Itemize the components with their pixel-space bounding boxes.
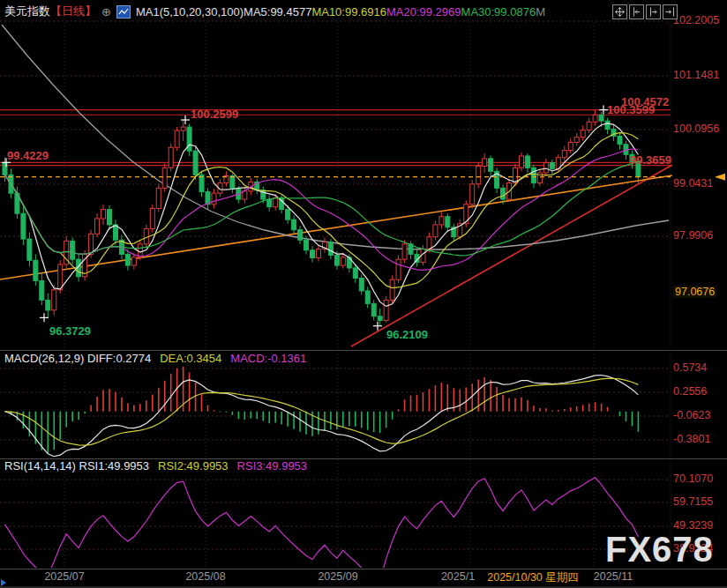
candle-body	[125, 254, 130, 265]
time-axis-tick: 2025/09	[318, 570, 357, 583]
instrument-title: 美元指数	[4, 4, 50, 19]
macd-value: MACD:-0.1361	[230, 352, 306, 365]
candle-body	[581, 130, 585, 138]
price-annotation: 100.2599	[191, 108, 238, 121]
candle-body	[113, 225, 117, 240]
candles-layer	[3, 110, 641, 326]
rsi-axis-tick: 70.1070	[673, 473, 713, 485]
candle-body	[359, 279, 364, 291]
candle-body	[316, 249, 320, 258]
pan-move-icon[interactable]	[612, 4, 627, 19]
candle-body	[427, 237, 431, 249]
ma-value: MA30:99.0876	[461, 5, 536, 19]
ma-value: MA10:99.6916	[311, 5, 386, 19]
ma-value: M	[536, 5, 545, 19]
rsi-axis-tick: 59.7155	[673, 495, 713, 508]
time-axis-tick: 2025/07	[44, 570, 84, 583]
candle-body	[587, 122, 591, 130]
ma-value: MA20:99.2969	[386, 5, 461, 19]
candle-body	[476, 167, 481, 184]
crosshair-date-label: 2025/10/30 星期四	[484, 570, 581, 585]
candle-body	[34, 260, 38, 280]
time-axis: 2025/072025/082025/092025/12025/10/30 星期…	[0, 570, 727, 586]
candle-body	[402, 244, 407, 259]
chart-canvas[interactable]: 99.4229100.2599100.4572100.359999.365996…	[0, 0, 727, 588]
candle-body	[107, 210, 111, 225]
price-annotation: 100.3599	[607, 103, 655, 116]
macd-dea-line	[5, 378, 639, 445]
candle-body	[71, 241, 75, 259]
candle-body	[175, 130, 179, 147]
candle-body	[58, 264, 63, 290]
candle-body	[169, 147, 173, 167]
candle-body	[618, 136, 622, 144]
candle-body	[378, 316, 382, 321]
chart-toolbar	[612, 4, 678, 19]
candle-body	[298, 230, 303, 241]
candle-body	[531, 167, 536, 182]
candle-body	[243, 191, 247, 199]
price-annotation: 99.3659	[630, 153, 671, 167]
rsi-readout: RSI(14,14,14) RSI1:49.9953RSI2:49.9953RS…	[4, 459, 316, 473]
candle-body	[574, 138, 579, 143]
candle-body	[543, 162, 548, 173]
circle-plus-icon[interactable]: ⊕	[101, 5, 111, 19]
macd-value: MACD(26,12,9) DIFF:0.2774	[4, 352, 151, 365]
candle-body	[519, 156, 523, 167]
candle-body	[371, 303, 376, 316]
macd-readout: MACD(26,12,9) DIFF:0.2774DEA:0.3454MACD:…	[4, 352, 315, 365]
price-axis-tick: 99.0431	[673, 177, 713, 190]
price-axis-tick: 102.2005	[673, 14, 719, 26]
macd-axis-tick: 0.2556	[673, 385, 707, 398]
candle-body	[365, 291, 370, 303]
price-axis-tick: 97.9906	[673, 229, 713, 242]
price-axis-highlight: 97.0676	[673, 286, 716, 298]
candle-body	[446, 217, 450, 227]
pane-grow-right-icon[interactable]	[646, 4, 661, 19]
period-selector[interactable]: 【日线】	[50, 4, 96, 19]
candle-body	[562, 151, 566, 158]
macd-axis-tick: 0.5734	[673, 361, 707, 374]
ma-readout: MA1(5,10,20,30,100)MA5:99.4577MA10:99.69…	[136, 5, 545, 19]
candle-body	[550, 162, 554, 168]
candle-body	[274, 198, 278, 207]
candle-body	[489, 159, 493, 171]
price-annotation: 99.4229	[7, 149, 49, 162]
candle-body	[286, 210, 290, 220]
last-price-arrow	[715, 174, 725, 181]
candle-body	[599, 115, 603, 121]
timeline-scroll-icon[interactable]	[1, 579, 6, 586]
candle-body	[605, 121, 610, 129]
candle-body	[568, 142, 573, 150]
candle-body	[292, 220, 296, 230]
candle-body	[501, 188, 506, 199]
candle-body	[181, 127, 185, 130]
candle-body	[212, 193, 216, 205]
macd-axis-tick: -0.0623	[673, 409, 710, 421]
candle-body	[267, 199, 272, 207]
pane-collapse-right-icon[interactable]	[663, 4, 678, 19]
candle-body	[162, 167, 167, 188]
candle-body	[46, 300, 50, 310]
candle-body	[341, 257, 345, 265]
chart-style-icon[interactable]	[116, 5, 131, 19]
macd-axis-tick: -0.3801	[673, 433, 710, 445]
macd-layer	[5, 367, 639, 457]
candle-body	[52, 290, 56, 310]
rsi-value: RSI2:49.9953	[158, 459, 229, 473]
rsi-value: RSI(14,14,14) RSI1:49.9953	[4, 459, 149, 473]
candle-body	[353, 268, 357, 279]
pane-shrink-left-icon[interactable]	[629, 4, 644, 19]
candle-body	[311, 250, 315, 258]
candle-body	[150, 208, 154, 228]
candle-body	[328, 242, 333, 256]
candle-body	[304, 240, 309, 250]
candle-body	[396, 259, 401, 279]
fx678-watermark: FX678	[605, 530, 714, 569]
candle-body	[193, 151, 198, 175]
ma5-line	[5, 123, 639, 306]
candle-body	[439, 217, 444, 225]
candle-body	[101, 210, 106, 219]
time-axis-tick: 2025/1	[441, 570, 475, 583]
trading-chart-window: { "header": { "title": "美元指数", "period":…	[0, 0, 727, 588]
